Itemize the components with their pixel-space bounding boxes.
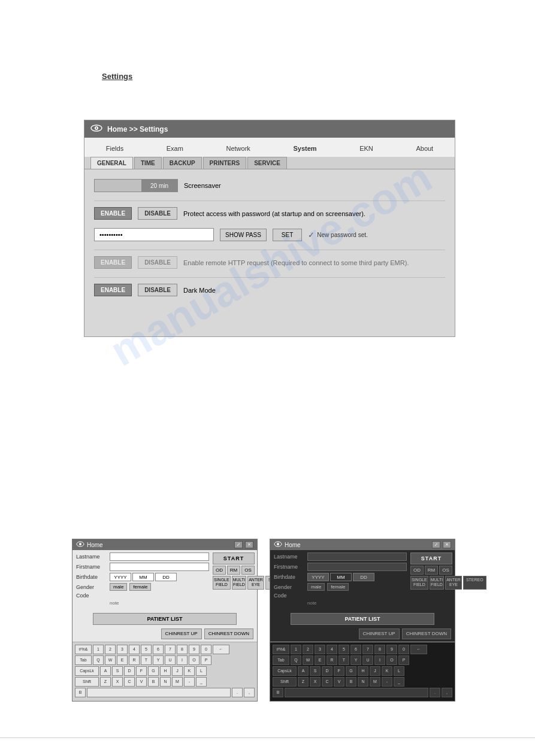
left-key-b-bottom[interactable]: B: [75, 688, 86, 697]
left-single-field-button[interactable]: SINGLE FIELD: [213, 576, 231, 590]
left-key-9[interactable]: 9: [189, 645, 200, 654]
right-mm-input[interactable]: [330, 573, 352, 581]
left-key-r[interactable]: R: [129, 655, 140, 665]
left-firstname-input[interactable]: [110, 563, 209, 571]
left-key-b2[interactable]: B: [148, 677, 159, 687]
right-panel-close-icon[interactable]: ✕: [443, 541, 451, 548]
right-key-z[interactable]: Z: [298, 677, 309, 687]
left-mm-input[interactable]: [132, 573, 154, 581]
left-key-comma[interactable]: ,: [244, 688, 255, 697]
left-key-5[interactable]: 5: [141, 645, 152, 654]
left-key-m[interactable]: M: [172, 677, 183, 687]
tab-backup[interactable]: BACKUP: [163, 157, 202, 169]
left-key-o[interactable]: O: [189, 655, 200, 665]
right-key-b-bottom[interactable]: B: [273, 688, 283, 697]
right-key-u[interactable]: U: [362, 655, 373, 665]
left-key-z[interactable]: Z: [100, 677, 111, 687]
tab-service[interactable]: SERVICE: [247, 157, 287, 169]
left-key-dash[interactable]: -: [184, 677, 195, 687]
right-key-r[interactable]: R: [327, 655, 337, 665]
right-key-d[interactable]: D: [322, 666, 333, 676]
right-os-button[interactable]: OS: [439, 566, 452, 575]
left-key-k[interactable]: K: [184, 666, 195, 676]
left-os-button[interactable]: OS: [241, 566, 255, 575]
right-key-m[interactable]: M: [370, 677, 380, 687]
right-key-s[interactable]: S: [310, 666, 321, 676]
nav-about[interactable]: About: [412, 144, 437, 153]
right-key-k[interactable]: K: [382, 666, 392, 676]
right-key-5[interactable]: 5: [338, 645, 349, 654]
right-firstname-input[interactable]: [307, 563, 407, 571]
right-key-p[interactable]: P: [398, 655, 409, 665]
left-key-8[interactable]: 8: [177, 645, 188, 654]
right-key-o[interactable]: O: [386, 655, 397, 665]
right-start-button[interactable]: START: [410, 552, 452, 564]
left-key-tab[interactable]: Tab: [75, 655, 92, 665]
left-anter-eye-button[interactable]: ANTER EYE: [247, 576, 264, 590]
left-key-7[interactable]: 7: [165, 645, 176, 654]
right-key-l[interactable]: L: [394, 666, 404, 676]
left-panel-close-icon[interactable]: ✕: [245, 541, 253, 548]
right-key-v[interactable]: V: [334, 677, 344, 687]
left-rm-button[interactable]: RM: [227, 566, 240, 575]
tab-general[interactable]: GENERAL: [90, 157, 133, 169]
left-key-q[interactable]: Q: [93, 655, 104, 665]
nav-system[interactable]: System: [289, 144, 320, 153]
left-key-u[interactable]: U: [165, 655, 176, 665]
nav-fields[interactable]: Fields: [102, 144, 127, 153]
left-key-6[interactable]: 6: [153, 645, 164, 654]
left-key-l[interactable]: L: [196, 666, 207, 676]
left-key-h[interactable]: H: [160, 666, 171, 676]
left-key-t[interactable]: T: [141, 655, 152, 665]
left-key-f[interactable]: F: [136, 666, 147, 676]
right-key-8[interactable]: 8: [374, 645, 385, 654]
left-key-j[interactable]: J: [172, 666, 183, 676]
right-key-space[interactable]: [285, 688, 428, 697]
nav-exam[interactable]: Exam: [163, 144, 187, 153]
right-key-3[interactable]: 3: [315, 645, 325, 654]
right-male-button[interactable]: male: [307, 583, 325, 591]
right-year-input[interactable]: [307, 573, 329, 581]
left-key-y[interactable]: Y: [153, 655, 164, 665]
left-key-w[interactable]: W: [105, 655, 116, 665]
right-lastname-input[interactable]: [307, 552, 407, 561]
right-key-shift[interactable]: Shift: [273, 677, 297, 687]
left-male-button[interactable]: male: [110, 583, 127, 591]
right-patient-list-button[interactable]: PATIENT LIST: [291, 613, 434, 625]
right-anter-eye-button[interactable]: ANTER EYE: [445, 576, 462, 590]
left-chinrest-up-button[interactable]: CHINREST UP: [161, 629, 202, 639]
left-key-caps[interactable]: CapsLk: [75, 666, 99, 676]
left-key-c[interactable]: C: [124, 677, 135, 687]
right-key-j[interactable]: J: [370, 666, 380, 676]
right-key-comma[interactable]: ,: [442, 688, 452, 697]
tab-time[interactable]: TIME: [134, 157, 162, 169]
right-key-g[interactable]: G: [346, 666, 356, 676]
left-key-2[interactable]: 2: [105, 645, 116, 654]
right-key-n[interactable]: N: [358, 677, 368, 687]
right-stereo-button[interactable]: STEREO: [463, 576, 486, 590]
left-key-g[interactable]: G: [148, 666, 159, 676]
right-key-9[interactable]: 9: [386, 645, 397, 654]
right-key-under[interactable]: _: [394, 677, 404, 687]
left-key-under[interactable]: _: [196, 677, 207, 687]
screensaver-slider[interactable]: 20 min: [94, 179, 178, 192]
right-key-y[interactable]: Y: [350, 655, 361, 665]
left-key-s[interactable]: S: [112, 666, 123, 676]
right-chinrest-down-button[interactable]: CHINREST DOWN: [402, 629, 451, 639]
right-key-backspace[interactable]: ←: [410, 645, 427, 654]
right-key-dash[interactable]: -: [382, 677, 392, 687]
right-od-button[interactable]: OD: [410, 566, 424, 575]
right-dd-input[interactable]: [353, 573, 374, 581]
left-key-x[interactable]: X: [112, 677, 123, 687]
left-key-dot[interactable]: .: [232, 688, 243, 697]
left-chinrest-down-button[interactable]: CHINREST DOWN: [204, 629, 253, 639]
left-start-button[interactable]: START: [213, 552, 255, 564]
left-multi-field-button[interactable]: MULTI FIELD: [232, 576, 246, 590]
right-key-i[interactable]: I: [374, 655, 385, 665]
right-female-button[interactable]: female: [327, 583, 349, 591]
left-key-v[interactable]: V: [136, 677, 147, 687]
right-key-q[interactable]: Q: [291, 655, 301, 665]
right-key-7[interactable]: 7: [362, 645, 373, 654]
left-key-space[interactable]: [87, 688, 231, 697]
right-panel-resize-icon[interactable]: ⤢: [432, 541, 440, 548]
